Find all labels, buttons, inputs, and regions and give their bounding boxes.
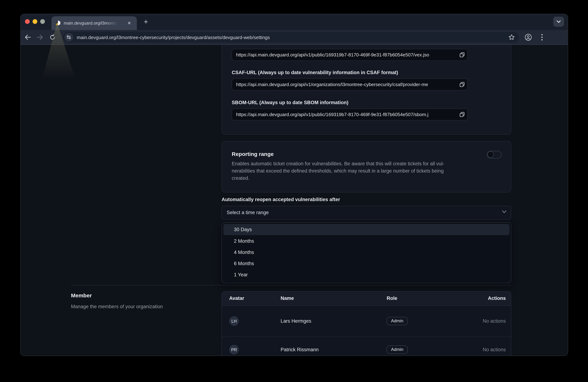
sbom-url-label: SBOM-URL (Always up to date SBOM informa…	[232, 100, 349, 105]
member-name: Lars Hermges	[281, 318, 311, 324]
copy-icon[interactable]	[460, 82, 465, 87]
copy-icon[interactable]	[460, 52, 465, 57]
avatar: PR	[229, 345, 239, 355]
reload-icon	[50, 34, 55, 40]
vex-url-field[interactable]: https://api.main.devguard.org/api/v1/pub…	[232, 49, 468, 61]
reload-button[interactable]	[49, 34, 56, 41]
new-tab-button[interactable]: +	[142, 17, 150, 26]
option-30-days[interactable]: 30 Days	[223, 224, 509, 235]
section-divider	[71, 285, 511, 286]
screen: main.devguard.org/l3montree ✕ +	[0, 0, 588, 382]
vex-url-value: https://api.main.devguard.org/api/v1/pub…	[236, 52, 459, 57]
select-placeholder: Select a time range	[227, 210, 269, 215]
window-close-button[interactable]	[25, 19, 30, 24]
back-button[interactable]	[24, 34, 31, 41]
reopen-label: Automatically reopen accepted vulnerabil…	[222, 197, 340, 202]
reporting-range-description: Enables automatic ticket creation for vu…	[232, 160, 507, 182]
col-avatar: Avatar	[229, 296, 244, 301]
address-bar[interactable]: main.devguard.org/l3montree-cybersecurit…	[63, 32, 519, 43]
member-actions: No actions	[483, 318, 506, 324]
back-arrow-icon	[24, 35, 31, 40]
window-minimize-button[interactable]	[33, 19, 37, 24]
urls-card: https://api.main.devguard.org/api/v1/pub…	[222, 45, 511, 134]
role-badge: Admin	[387, 317, 408, 325]
tab-overflow-button[interactable]	[553, 17, 564, 27]
member-table-header: Avatar Name Role Actions	[222, 292, 511, 306]
member-row[interactable]: PR Patrick Rissmann Admin No actions	[222, 337, 511, 356]
csaf-url-label: CSAF-URL (Always up to date vulnerabilit…	[232, 70, 398, 75]
tab-strip: main.devguard.org/l3montree ✕ +	[21, 14, 568, 30]
toggle-knob	[487, 151, 494, 158]
url-text[interactable]: main.devguard.org/l3montree-cybersecurit…	[77, 35, 270, 40]
profile-icon[interactable]	[525, 34, 532, 41]
member-name: Patrick Rissmann	[281, 347, 319, 352]
browser-menu-button[interactable]	[539, 34, 545, 41]
option-4-months[interactable]: 4 Months	[223, 247, 509, 258]
time-range-dropdown: 30 Days 2 Months 4 Months 6 Months 1 Yea…	[222, 222, 511, 283]
sbom-url-value: https://api.main.devguard.org/api/v1/pub…	[236, 112, 459, 117]
option-2-months[interactable]: 2 Months	[223, 235, 509, 247]
avatar: LH	[229, 316, 239, 326]
forward-button[interactable]	[36, 34, 43, 41]
three-dot-menu-icon	[541, 34, 543, 40]
col-role: Role	[387, 296, 397, 301]
csaf-url-field[interactable]: https://api.main.devguard.org/api/v1/org…	[232, 78, 468, 90]
member-actions: No actions	[483, 347, 506, 352]
reporting-range-card: Reporting range Enables automatic ticket…	[222, 141, 511, 192]
reporting-range-title: Reporting range	[232, 151, 274, 157]
chevron-down-icon	[556, 20, 561, 23]
devguard-favicon-icon	[55, 20, 61, 26]
tab-close-icon[interactable]: ✕	[127, 21, 132, 26]
member-table: Avatar Name Role Actions LH Lars Hermges…	[222, 291, 511, 356]
member-section-subtitle: Manage the members of your organization	[71, 304, 163, 309]
browser-tab[interactable]: main.devguard.org/l3montree ✕	[51, 16, 137, 30]
bookmark-star-icon[interactable]	[508, 34, 515, 40]
csaf-url-value: https://api.main.devguard.org/api/v1/org…	[236, 82, 459, 87]
col-actions: Actions	[488, 296, 506, 301]
browser-window: main.devguard.org/l3montree ✕ +	[21, 14, 568, 356]
reporting-range-toggle[interactable]	[487, 151, 502, 158]
forward-arrow-icon	[37, 35, 43, 40]
sbom-url-field[interactable]: https://api.main.devguard.org/api/v1/pub…	[232, 109, 468, 120]
option-6-months[interactable]: 6 Months	[223, 258, 509, 269]
browser-toolbar: main.devguard.org/l3montree-cybersecurit…	[21, 30, 568, 45]
tab-title-fade	[106, 21, 122, 26]
chevron-down-icon	[502, 210, 506, 213]
copy-icon[interactable]	[460, 112, 465, 117]
member-row[interactable]: LH Lars Hermges Admin No actions	[222, 306, 511, 337]
page-content: https://api.main.devguard.org/api/v1/pub…	[21, 45, 568, 356]
site-settings-button[interactable]	[64, 33, 73, 42]
role-badge: Admin	[387, 345, 408, 354]
col-name: Name	[281, 296, 294, 301]
member-section-title: Member	[71, 292, 92, 298]
option-1-year[interactable]: 1 Year	[223, 269, 509, 280]
tune-icon	[66, 35, 71, 40]
time-range-select[interactable]: Select a time range	[222, 206, 511, 220]
window-zoom-button[interactable]	[40, 19, 45, 24]
